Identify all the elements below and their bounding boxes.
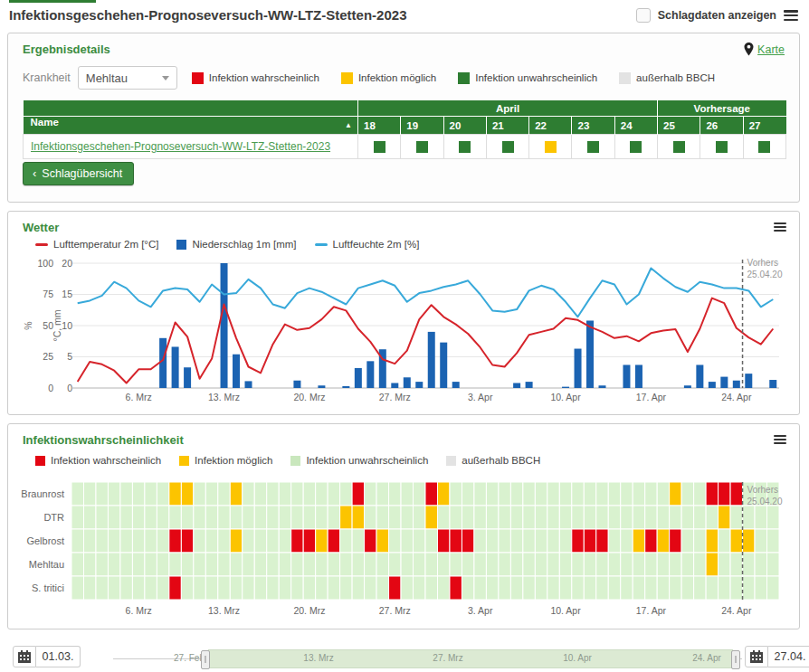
heatmap-cell-possible[interactable] [376, 529, 388, 553]
heatmap-cell-unlikely[interactable] [71, 482, 83, 506]
heatmap-cell-unlikely[interactable] [559, 576, 571, 600]
heatmap-cell-unlikely[interactable] [230, 506, 242, 529]
heatmap-cell-unlikely[interactable] [71, 553, 83, 576]
name-column-header[interactable]: Name▲ [24, 117, 358, 135]
heatmap-cell-unlikely[interactable] [621, 576, 633, 600]
heatmap-cell-unlikely[interactable] [145, 529, 157, 553]
heatmap-cell-possible[interactable] [169, 482, 181, 506]
heatmap-cell-unlikely[interactable] [218, 553, 230, 576]
heatmap-cell-possible[interactable] [316, 529, 328, 553]
heatmap-cell-unlikely[interactable] [425, 529, 437, 553]
heatmap-cell-unlikely[interactable] [243, 529, 254, 553]
heatmap-cell-unlikely[interactable] [694, 482, 706, 506]
heatmap-cell-unlikely[interactable] [376, 482, 388, 506]
heatmap-cell-unlikely[interactable] [572, 576, 584, 600]
heatmap-cell-likely[interactable] [584, 529, 595, 553]
heatmap-cell-unlikely[interactable] [365, 576, 376, 600]
heatmap-cell-unlikely[interactable] [267, 482, 279, 506]
heatmap-cell-likely[interactable] [596, 529, 608, 553]
heatmap-cell-likely[interactable] [730, 482, 742, 506]
heatmap-cell-unlikely[interactable] [83, 506, 95, 529]
slider-selected-range[interactable] [208, 649, 733, 668]
heatmap-cell-unlikely[interactable] [303, 482, 315, 506]
heatmap-cell-possible[interactable] [706, 553, 718, 576]
day-column-header[interactable]: 24 [614, 117, 657, 135]
end-date-input[interactable]: 27.04. [768, 646, 809, 667]
heatmap-cell-unlikely[interactable] [547, 506, 559, 529]
legend-item[interactable]: Infektion möglich [341, 72, 436, 84]
heatmap-cell-unlikely[interactable] [510, 529, 522, 553]
heatmap-cell-unlikely[interactable] [596, 506, 608, 529]
heatmap-cell-unlikely[interactable] [657, 506, 669, 529]
heatmap-cell-unlikely[interactable] [157, 482, 168, 506]
heatmap-cell-unlikely[interactable] [157, 553, 168, 576]
heatmap-cell-unlikely[interactable] [389, 482, 401, 506]
heatmap-cell-unlikely[interactable] [230, 553, 242, 576]
heatmap-cell-unlikely[interactable] [328, 482, 339, 506]
heatmap-cell-unlikely[interactable] [352, 576, 364, 600]
heatmap-cell-likely[interactable] [572, 529, 584, 553]
heatmap-cell-unlikely[interactable] [499, 576, 510, 600]
heatmap-cell-possible[interactable] [437, 482, 449, 506]
heatmap-cell-unlikely[interactable] [243, 553, 254, 576]
heatmap-cell-unlikely[interactable] [291, 482, 303, 506]
heatmap-cell-unlikely[interactable] [670, 553, 681, 576]
heatmap-cell-likely[interactable] [328, 529, 339, 553]
heatmap-cell-unlikely[interactable] [755, 529, 766, 553]
heatmap-cell-possible[interactable] [670, 482, 681, 506]
heatmap-cell-unlikely[interactable] [303, 506, 315, 529]
heatmap-cell-unlikely[interactable] [535, 529, 547, 553]
heatmap-cell-unlikely[interactable] [694, 529, 706, 553]
heatmap-cell-unlikely[interactable] [414, 576, 425, 600]
schlaguebersicht-button[interactable]: ‹Schlagübersicht [23, 162, 134, 185]
infection-chart-menu-icon[interactable] [774, 435, 786, 444]
heatmap-cell-unlikely[interactable] [462, 576, 473, 600]
heatmap-cell-unlikely[interactable] [608, 482, 620, 506]
heatmap-cell-unlikely[interactable] [657, 482, 669, 506]
heatmap-cell-possible[interactable] [730, 529, 742, 553]
heatmap-cell-unlikely[interactable] [621, 529, 633, 553]
heatmap-cell-likely[interactable] [645, 529, 657, 553]
heatmap-cell-unlikely[interactable] [157, 529, 168, 553]
heatmap-cell-unlikely[interactable] [71, 506, 83, 529]
heatmap-cell-unlikely[interactable] [510, 482, 522, 506]
heatmap-cell-unlikely[interactable] [267, 529, 279, 553]
heatmap-cell-unlikely[interactable] [608, 553, 620, 576]
heatmap-cell-unlikely[interactable] [108, 506, 119, 529]
heatmap-cell-likely[interactable] [291, 529, 303, 553]
heatmap-cell-likely[interactable] [706, 482, 718, 506]
heatmap-cell-unlikely[interactable] [621, 553, 633, 576]
heatmap-cell-unlikely[interactable] [681, 553, 693, 576]
heatmap-cell-possible[interactable] [706, 529, 718, 553]
slider-handle-left[interactable] [201, 650, 210, 669]
heatmap-cell-unlikely[interactable] [523, 553, 535, 576]
heatmap-cell-unlikely[interactable] [559, 553, 571, 576]
heatmap-cell-unlikely[interactable] [767, 506, 779, 529]
heatmap-cell-unlikely[interactable] [205, 529, 217, 553]
heatmap-cell-unlikely[interactable] [730, 506, 742, 529]
heatmap-cell-unlikely[interactable] [608, 576, 620, 600]
heatmap-cell-unlikely[interactable] [719, 553, 730, 576]
heatmap-cell-unlikely[interactable] [205, 576, 217, 600]
heatmap-cell-unlikely[interactable] [681, 482, 693, 506]
start-calendar-button[interactable] [13, 646, 36, 667]
heatmap-cell-unlikely[interactable] [145, 506, 157, 529]
heatmap-cell-unlikely[interactable] [608, 506, 620, 529]
heatmap-cell-likely[interactable] [352, 482, 364, 506]
heatmap-cell-unlikely[interactable] [425, 576, 437, 600]
heatmap-cell-unlikely[interactable] [279, 553, 290, 576]
end-calendar-button[interactable] [745, 646, 768, 667]
slider-handle-right[interactable] [731, 650, 740, 669]
heatmap-cell-unlikely[interactable] [243, 482, 254, 506]
heatmap-cell-likely[interactable] [425, 482, 437, 506]
heatmap-cell-unlikely[interactable] [83, 553, 95, 576]
heatmap-cell-unlikely[interactable] [401, 553, 413, 576]
heatmap-cell-unlikely[interactable] [376, 553, 388, 576]
heatmap-cell-unlikely[interactable] [401, 482, 413, 506]
legend-item[interactable]: außerhalb BBCH [619, 72, 715, 84]
heatmap-cell-unlikely[interactable] [755, 576, 766, 600]
heatmap-cell-possible[interactable] [230, 529, 242, 553]
day-column-header[interactable]: 18 [358, 117, 401, 135]
heatmap-cell-unlikely[interactable] [181, 553, 193, 576]
heatmap-cell-unlikely[interactable] [108, 482, 119, 506]
